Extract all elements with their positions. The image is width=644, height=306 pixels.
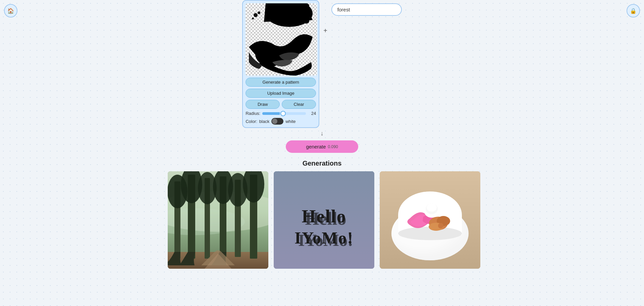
- upload-image-button[interactable]: Upload Image: [246, 89, 316, 98]
- generate-pattern-button[interactable]: Generate a pattern: [246, 78, 316, 87]
- lock-icon[interactable]: 🔒: [627, 4, 640, 17]
- generations-grid: Hello IYoMo! Hello IYoMo!: [168, 171, 476, 269]
- plus-icon: +: [323, 27, 327, 35]
- color-control: Color: black white: [246, 118, 316, 125]
- center-controls: ↓ generate 0.090: [255, 128, 389, 154]
- draw-clear-row: Draw Clear: [246, 100, 316, 109]
- radius-slider[interactable]: [262, 112, 306, 115]
- lock-symbol: 🔒: [630, 8, 637, 14]
- clear-button[interactable]: Clear: [282, 100, 316, 109]
- generations-title: Generations: [168, 160, 476, 167]
- generate-button[interactable]: generate 0.090: [286, 140, 358, 153]
- prompt-input[interactable]: [331, 3, 402, 16]
- pattern-canvas[interactable]: [246, 3, 317, 76]
- radius-control: Radius: 24: [246, 111, 316, 116]
- color-black-label: black: [259, 119, 269, 124]
- svg-text:Hello: Hello: [302, 206, 346, 226]
- arrow-down-icon: ↓: [321, 130, 324, 137]
- generation-food[interactable]: [380, 171, 480, 269]
- color-white-label: white: [285, 119, 296, 124]
- svg-point-45: [427, 204, 437, 212]
- prompt-input-wrapper: [331, 3, 402, 16]
- pattern-card: Generate a pattern Upload Image Draw Cle…: [242, 0, 319, 128]
- home-symbol: 🏠: [7, 8, 14, 14]
- radius-value: 24: [308, 111, 316, 116]
- svg-marker-7: [264, 3, 313, 22]
- generate-version: 0.090: [328, 144, 338, 149]
- svg-point-42: [438, 223, 443, 228]
- color-toggle[interactable]: [271, 118, 283, 125]
- home-icon[interactable]: 🏠: [4, 4, 17, 17]
- svg-text:IYoMo!: IYoMo!: [294, 228, 354, 247]
- radius-label: Radius:: [246, 111, 260, 116]
- color-toggle-thumb: [272, 119, 277, 124]
- generations-section: Generations: [161, 160, 483, 269]
- svg-point-8: [254, 13, 258, 17]
- draw-button[interactable]: Draw: [246, 100, 280, 109]
- svg-point-10: [252, 17, 254, 19]
- generation-hello[interactable]: Hello IYoMo! Hello IYoMo!: [274, 171, 374, 269]
- color-label: Color:: [246, 119, 257, 124]
- generation-forest[interactable]: [168, 171, 268, 269]
- svg-point-9: [258, 11, 260, 14]
- generate-label: generate: [306, 144, 326, 149]
